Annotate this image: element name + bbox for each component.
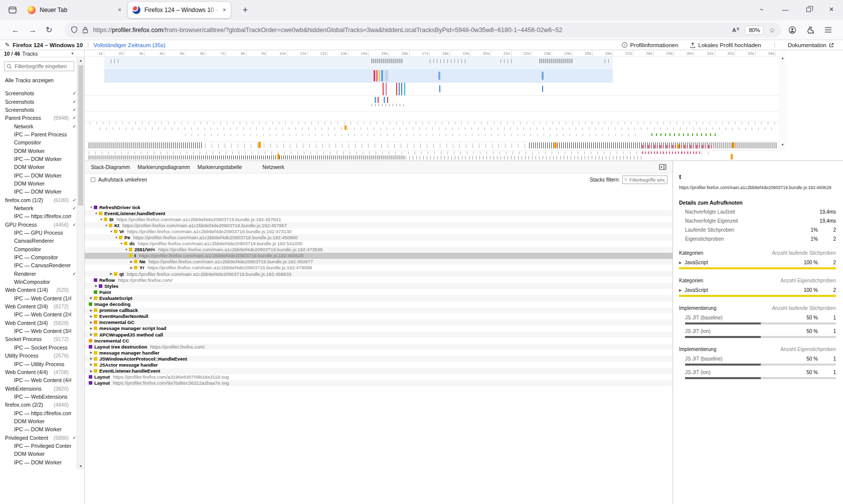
back-icon[interactable]: ← bbox=[12, 26, 20, 35]
breakdown-row[interactable]: JS JIT (ion)50 %1 bbox=[679, 370, 836, 375]
track-item[interactable]: IPC — WebExtensions bbox=[0, 393, 84, 401]
twisty-icon[interactable]: ▶ bbox=[129, 266, 134, 270]
track-item[interactable]: DOM Worker bbox=[0, 417, 84, 425]
tracks-filter[interactable] bbox=[4, 61, 74, 71]
account-icon[interactable] bbox=[788, 26, 796, 34]
track-item[interactable]: IPC — https://firefox.com (1/2) bbox=[0, 212, 84, 220]
panel-tab[interactable]: Markierungstabelle bbox=[198, 164, 242, 170]
track-item[interactable]: IPC — Privileged Content bbox=[0, 442, 84, 450]
upload-profile-button[interactable]: Lokales Profil hochladen bbox=[686, 42, 765, 48]
track-item[interactable]: Network✓ bbox=[0, 122, 84, 130]
twisty-icon[interactable]: ▼ bbox=[109, 230, 114, 233]
track-item[interactable]: DOM Worker bbox=[0, 450, 84, 458]
track-item[interactable]: IPC — Web Content (1/4) bbox=[0, 294, 84, 302]
calltree-row[interactable]: ▶EventListener.handleEvent bbox=[85, 368, 672, 374]
list-tabs-icon[interactable]: › bbox=[751, 0, 774, 19]
calltree-row[interactable]: Layouthttps://profiler.firefox.com/9a7bd… bbox=[85, 380, 672, 386]
calltree-row[interactable]: ▼Vrhttps://profiler.firefox.com/main.a1c… bbox=[85, 228, 672, 234]
calltree-row[interactable]: ▶message manager handler bbox=[85, 350, 672, 356]
twisty-icon[interactable]: ▶ bbox=[679, 288, 685, 292]
edit-name-icon[interactable]: ✎ bbox=[5, 42, 10, 48]
calltree-row[interactable]: ▼Pehttps://profiler.firefox.com/main.a1c… bbox=[85, 234, 672, 240]
invert-stack-checkbox[interactable] bbox=[91, 178, 95, 182]
invert-stack-label[interactable]: Aufrufstack umkehren bbox=[98, 177, 147, 183]
profile-name[interactable]: Firefox 124 – Windows 10 bbox=[13, 42, 83, 48]
track-item[interactable]: Screenshots✓ bbox=[0, 89, 84, 97]
timeline[interactable]: 1s2s3s4s5s6s7s8s9s10s11s12s13s14s15s16s1… bbox=[85, 50, 779, 160]
close-window-icon[interactable]: × bbox=[820, 0, 843, 19]
new-tab-button[interactable]: + bbox=[239, 5, 252, 16]
track-item[interactable]: IPC — Web Content (2/4) bbox=[0, 310, 84, 318]
twisty-icon[interactable]: ▶ bbox=[89, 369, 94, 373]
url-text[interactable]: https://profiler.firefox.com/from-browse… bbox=[93, 27, 728, 34]
panel-tab[interactable]: Netzwerk bbox=[262, 164, 284, 170]
url-bar[interactable]: https://profiler.firefox.com/from-browse… bbox=[65, 23, 781, 38]
track-item[interactable]: Utility Process(2676) bbox=[0, 352, 84, 360]
track-item[interactable]: Parent Process(5948)✓ bbox=[0, 114, 84, 122]
forward-icon[interactable]: → bbox=[29, 26, 37, 35]
calltree-row[interactable]: ▼2551/Vr/<https://profiler.firefox.com/m… bbox=[85, 247, 672, 253]
calltree-row[interactable]: ▶promise callback bbox=[85, 307, 672, 313]
track-item[interactable]: Compositor bbox=[0, 245, 84, 253]
bookmark-star-icon[interactable]: ☆ bbox=[769, 26, 775, 34]
track-item[interactable]: IPC — Compositor bbox=[0, 253, 84, 261]
calltree-row[interactable]: thttps://profiler.firefox.com/main.a1c2b… bbox=[85, 253, 672, 259]
minimize-icon[interactable]: — bbox=[774, 0, 797, 19]
profile-info-button[interactable]: iProfilinformationen bbox=[618, 42, 682, 48]
calltree-row[interactable]: ▶message manager script load bbox=[85, 325, 672, 331]
calltree-row[interactable]: ▼RefreshDriver tick bbox=[85, 204, 672, 210]
twisty-icon[interactable]: ▶ bbox=[89, 296, 94, 300]
calltree-row[interactable]: Reflowhttps://profiler.firefox.com/ bbox=[85, 277, 672, 283]
calltree-row[interactable]: ▶JSActor message handler bbox=[85, 362, 672, 368]
twisty-icon[interactable]: ▼ bbox=[99, 218, 104, 221]
track-item[interactable]: IPC — DOM Worker bbox=[0, 171, 84, 179]
extensions-icon[interactable] bbox=[806, 26, 814, 34]
shield-icon[interactable] bbox=[71, 26, 78, 34]
track-item[interactable]: WebExtensions(3820) bbox=[0, 384, 84, 392]
track-item[interactable]: IPC — GPU Process bbox=[0, 229, 84, 237]
track-item[interactable]: Web Content (3/4)(5828) bbox=[0, 319, 84, 327]
scroll-up-icon[interactable]: ▲ bbox=[77, 59, 84, 62]
calltree-row[interactable]: ▶XPCWrappedJS method call bbox=[85, 331, 672, 338]
scroll-down-icon[interactable]: ▼ bbox=[779, 143, 786, 146]
track-item[interactable]: WinCompositor bbox=[0, 278, 84, 286]
scroll-up-icon[interactable]: ▲ bbox=[779, 56, 786, 60]
panel-tab[interactable]: Stack-Diagramm bbox=[91, 164, 130, 170]
track-item[interactable]: IPC — Utility Process bbox=[0, 360, 84, 368]
track-item[interactable]: DOM Worker bbox=[0, 180, 84, 188]
twisty-icon[interactable]: ▶ bbox=[89, 363, 94, 367]
track-item[interactable]: IPC — Web Content (3/4) bbox=[0, 327, 84, 335]
docs-link[interactable]: Dokumentation bbox=[784, 42, 838, 48]
timeline-scrollbar[interactable]: ▲ ▼ bbox=[779, 50, 786, 150]
track-item[interactable]: Web Content (4/4)(4708) bbox=[0, 368, 84, 376]
track-item[interactable]: Socket Process(9172) bbox=[0, 335, 84, 343]
calltree-row[interactable]: ▶Styles bbox=[85, 283, 672, 289]
browser-tab-profiler[interactable]: Firefox 124 – Windows 10 – 9.4.2 × bbox=[128, 2, 231, 18]
calltree-row[interactable]: Incremental CC bbox=[85, 338, 672, 344]
breakdown-row[interactable]: JS JIT (baseline)50 %1 bbox=[679, 315, 836, 320]
track-item[interactable]: firefox.com (1/2)(6180)✓ bbox=[0, 196, 84, 204]
restore-icon[interactable] bbox=[797, 0, 820, 19]
twisty-icon[interactable]: ▶ bbox=[89, 314, 94, 318]
calltree-row[interactable]: ▶Incremental GC bbox=[85, 319, 672, 325]
track-item[interactable]: IPC — https://firefox.com (2/2) bbox=[0, 409, 84, 417]
calltree-row[interactable]: Image decoding bbox=[85, 301, 672, 307]
firefox-view-icon[interactable] bbox=[6, 5, 19, 16]
twisty-icon[interactable]: ▼ bbox=[94, 212, 99, 215]
twisty-icon[interactable]: ▶ bbox=[129, 260, 134, 264]
twisty-icon[interactable]: ▶ bbox=[89, 308, 94, 312]
timeline-ruler[interactable]: 1s2s3s4s5s6s7s8s9s10s11s12s13s14s15s16s1… bbox=[85, 50, 779, 57]
tracks-count-dropdown[interactable]: 10 / 46 Tracks ▼ bbox=[0, 50, 84, 57]
sidebar-toggle-icon[interactable] bbox=[659, 164, 666, 170]
track-item[interactable]: IPC — CanvasRenderer bbox=[0, 261, 84, 269]
track-item[interactable]: Network✓ bbox=[0, 204, 84, 212]
lock-icon[interactable] bbox=[82, 27, 88, 34]
calltree-row[interactable]: ▶EvaluateScript bbox=[85, 295, 672, 301]
scrollbar-thumb[interactable] bbox=[78, 65, 83, 206]
twisty-icon[interactable]: ▼ bbox=[89, 206, 94, 209]
twisty-icon[interactable]: ▶ bbox=[89, 351, 94, 355]
twisty-icon[interactable]: ▶ bbox=[94, 284, 99, 288]
stacks-filter[interactable] bbox=[622, 176, 667, 184]
track-item[interactable]: IPC — Web Content (4/4) bbox=[0, 376, 84, 384]
track-item[interactable]: Privileged Content(5896)✓ bbox=[0, 433, 84, 441]
